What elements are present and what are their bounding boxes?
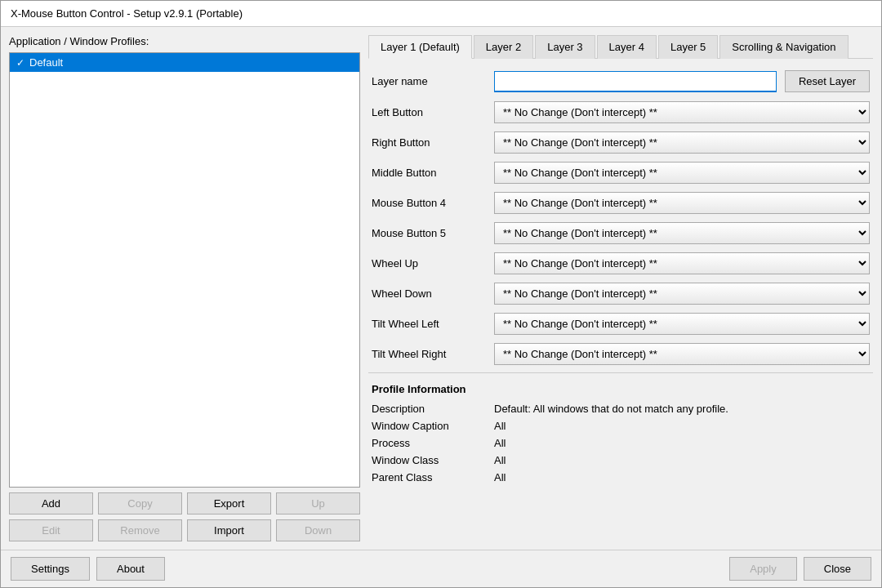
- check-icon: ✓: [16, 57, 24, 69]
- info-label-window-caption: Window Caption: [372, 420, 486, 432]
- tab-layer3[interactable]: Layer 3: [535, 35, 595, 59]
- right-button-select[interactable]: ** No Change (Don't intercept) **: [494, 131, 870, 154]
- info-value-window-class: All: [494, 454, 506, 466]
- wheel-up-control: ** No Change (Don't intercept) **: [494, 252, 870, 274]
- wheel-down-select[interactable]: ** No Change (Don't intercept) **: [494, 283, 870, 305]
- mouse-button5-control: ** No Change (Don't intercept) **: [494, 222, 870, 244]
- tab-layer1[interactable]: Layer 1 (Default): [368, 35, 472, 59]
- tilt-right-row: Tilt Wheel Right ** No Change (Don't int…: [368, 339, 873, 369]
- tilt-right-label: Tilt Wheel Right: [372, 348, 486, 360]
- info-value-window-caption: All: [494, 420, 506, 432]
- info-row-window-caption: Window Caption All: [368, 417, 873, 434]
- footer-left: Settings About: [11, 557, 165, 581]
- mouse-button4-control: ** No Change (Don't intercept) **: [494, 192, 870, 214]
- footer: Settings About Apply Close: [1, 550, 881, 587]
- middle-button-select[interactable]: ** No Change (Don't intercept) **: [494, 162, 870, 184]
- profile-info-title: Profile Information: [368, 380, 873, 400]
- add-button[interactable]: Add: [9, 492, 93, 514]
- tilt-right-control: ** No Change (Don't intercept) **: [494, 343, 870, 365]
- info-row-description: Description Default: All windows that do…: [368, 400, 873, 417]
- right-panel: Layer 1 (Default) Layer 2 Layer 3 Layer …: [368, 35, 873, 541]
- mouse-button4-row: Mouse Button 4 ** No Change (Don't inter…: [368, 188, 873, 218]
- tilt-left-control: ** No Change (Don't intercept) **: [494, 313, 870, 335]
- mouse-button4-select[interactable]: ** No Change (Don't intercept) **: [494, 192, 870, 214]
- tab-scrolling[interactable]: Scrolling & Navigation: [719, 35, 848, 59]
- tab-layer5[interactable]: Layer 5: [658, 35, 718, 59]
- right-button-label: Right Button: [372, 136, 486, 149]
- import-button[interactable]: Import: [187, 519, 271, 541]
- main-content: Application / Window Profiles: ✓ Default…: [1, 27, 881, 550]
- mouse-button5-label: Mouse Button 5: [372, 227, 486, 239]
- left-panel: Application / Window Profiles: ✓ Default…: [9, 35, 360, 541]
- left-button-label: Left Button: [372, 106, 486, 118]
- mouse-button4-label: Mouse Button 4: [372, 197, 486, 209]
- wheel-up-select[interactable]: ** No Change (Don't intercept) **: [494, 252, 870, 274]
- info-value-process: All: [494, 437, 506, 449]
- edit-button[interactable]: Edit: [9, 519, 93, 541]
- left-button-control: ** No Change (Don't intercept) **: [494, 101, 870, 123]
- footer-right: Apply Close: [729, 557, 871, 581]
- tilt-right-select[interactable]: ** No Change (Don't intercept) **: [494, 343, 870, 365]
- info-value-parent-class: All: [494, 471, 506, 483]
- tab-layer2[interactable]: Layer 2: [474, 35, 533, 59]
- info-row-window-class: Window Class All: [368, 452, 873, 469]
- profile-list: ✓ Default: [9, 52, 360, 488]
- copy-button[interactable]: Copy: [98, 492, 182, 514]
- tilt-left-label: Tilt Wheel Left: [372, 318, 486, 330]
- reset-layer-button[interactable]: Reset Layer: [785, 70, 870, 92]
- middle-button-control: ** No Change (Don't intercept) **: [494, 162, 870, 184]
- about-button[interactable]: About: [96, 557, 165, 581]
- up-button[interactable]: Up: [276, 492, 360, 514]
- left-button-select[interactable]: ** No Change (Don't intercept) **: [494, 101, 870, 123]
- layer-name-input[interactable]: [494, 71, 777, 92]
- apply-button[interactable]: Apply: [729, 557, 797, 581]
- mouse-button5-select[interactable]: ** No Change (Don't intercept) **: [494, 222, 870, 244]
- layer-content: Layer name Reset Layer Left Button ** No…: [368, 65, 873, 541]
- title-bar: X-Mouse Button Control - Setup v2.9.1 (P…: [1, 1, 881, 27]
- wheel-down-control: ** No Change (Don't intercept) **: [494, 283, 870, 305]
- left-button-row: Left Button ** No Change (Don't intercep…: [368, 97, 873, 127]
- profile-item-default[interactable]: ✓ Default: [10, 53, 359, 72]
- info-label-window-class: Window Class: [372, 454, 486, 466]
- wheel-down-label: Wheel Down: [372, 287, 486, 300]
- info-row-parent-class: Parent Class All: [368, 469, 873, 486]
- middle-button-label: Middle Button: [372, 167, 486, 179]
- export-button[interactable]: Export: [187, 492, 271, 514]
- close-button[interactable]: Close: [804, 557, 871, 581]
- remove-button[interactable]: Remove: [98, 519, 182, 541]
- wheel-up-label: Wheel Up: [372, 257, 486, 270]
- wheel-down-row: Wheel Down ** No Change (Don't intercept…: [368, 278, 873, 309]
- profile-info-section: Profile Information Description Default:…: [368, 372, 873, 486]
- profile-buttons-row2: Edit Remove Import Down: [9, 519, 360, 541]
- tilt-left-row: Tilt Wheel Left ** No Change (Don't inte…: [368, 309, 873, 339]
- layer-name-row: Layer name Reset Layer: [368, 65, 873, 97]
- info-label-description: Description: [372, 403, 486, 415]
- profile-name: Default: [29, 56, 63, 69]
- tabs-bar: Layer 1 (Default) Layer 2 Layer 3 Layer …: [368, 35, 873, 59]
- settings-button[interactable]: Settings: [11, 557, 90, 581]
- right-button-control: ** No Change (Don't intercept) **: [494, 131, 870, 154]
- profile-buttons-row1: Add Copy Export Up: [9, 492, 360, 514]
- wheel-up-row: Wheel Up ** No Change (Don't intercept) …: [368, 248, 873, 278]
- mouse-button5-row: Mouse Button 5 ** No Change (Don't inter…: [368, 218, 873, 248]
- info-label-process: Process: [372, 437, 486, 449]
- right-button-row: Right Button ** No Change (Don't interce…: [368, 127, 873, 158]
- middle-button-row: Middle Button ** No Change (Don't interc…: [368, 158, 873, 188]
- down-button[interactable]: Down: [276, 519, 360, 541]
- tilt-left-select[interactable]: ** No Change (Don't intercept) **: [494, 313, 870, 335]
- info-value-description: Default: All windows that do not match a…: [494, 403, 728, 415]
- info-label-parent-class: Parent Class: [372, 471, 486, 483]
- tab-layer4[interactable]: Layer 4: [597, 35, 657, 59]
- main-window: X-Mouse Button Control - Setup v2.9.1 (P…: [0, 0, 882, 588]
- layer-name-label: Layer name: [372, 75, 486, 87]
- profiles-label: Application / Window Profiles:: [9, 35, 360, 47]
- info-row-process: Process All: [368, 434, 873, 452]
- window-title: X-Mouse Button Control - Setup v2.9.1 (P…: [11, 7, 243, 20]
